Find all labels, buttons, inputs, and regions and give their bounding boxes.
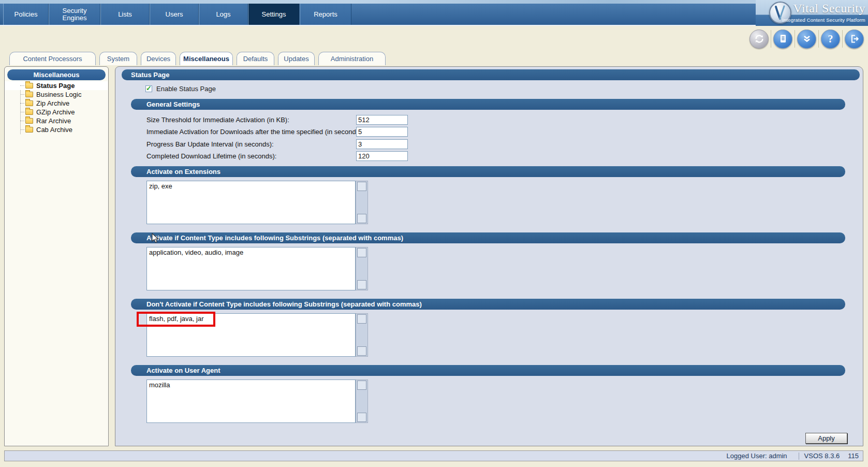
tab-updates[interactable]: Updates [278, 52, 315, 65]
enable-status-page-label: Enable Status Page [156, 85, 216, 93]
field-label: Completed Download Lifetime (in seconds)… [146, 152, 276, 160]
enable-status-page-checkbox[interactable] [145, 85, 152, 92]
scroll-up-button[interactable] [357, 248, 366, 257]
sidebar-title: Miscellaneous [7, 69, 106, 80]
refresh-icon[interactable] [749, 30, 769, 49]
help-icon[interactable]: ? [821, 30, 840, 49]
nav-security-engines[interactable]: Security Engines [49, 4, 100, 25]
commit-changes-icon[interactable] [797, 30, 816, 49]
scroll-down-button[interactable] [357, 280, 366, 289]
action-toolbar: ? [749, 28, 864, 49]
sidebar-item-gzip-archive[interactable]: GZip Archive [5, 108, 108, 116]
scroll-up-button[interactable] [357, 381, 366, 390]
brand-area: Vital Security Integrated Content Securi… [756, 0, 868, 26]
sidebar-item-label: Zip Archive [36, 99, 69, 107]
build-number-text: 115 [848, 452, 859, 460]
activate-content-type-header: Activate if Content Type includes follow… [131, 232, 845, 243]
activate-extensions-field: zip, exe [146, 181, 368, 224]
nav-policies[interactable]: Policies [3, 4, 49, 25]
activate-user-agent-header: Activate on User Agent [131, 365, 845, 376]
nav-reports[interactable]: Reports [300, 4, 351, 25]
textarea-scrollbar[interactable] [356, 380, 368, 423]
sidebar-item-label: Cab Archive [36, 126, 72, 134]
progress-bar-interval-input[interactable] [356, 139, 408, 149]
field-label: Size Threshold for Immediate Activation … [146, 116, 289, 124]
sidebar-item-label: GZip Archive [36, 108, 75, 116]
tab-defaults[interactable]: Defaults [237, 52, 274, 65]
tree-connector [20, 129, 24, 130]
activate-user-agent-textarea[interactable]: mozilla [146, 380, 356, 423]
scroll-down-button[interactable] [357, 346, 366, 356]
tab-system[interactable]: System [99, 52, 137, 65]
sidebar-item-zip-archive[interactable]: Zip Archive [5, 99, 108, 108]
sidebar-panel: Miscellaneous Status Page Business Logic… [4, 66, 109, 446]
field-label: Progress Bar Update Interval (in seconds… [146, 140, 274, 148]
activate-extensions-header: Activate on Extensions [131, 166, 845, 177]
sidebar-tree: Status Page Business Logic Zip Archive G… [5, 81, 108, 134]
sidebar-item-cab-archive[interactable]: Cab Archive [5, 125, 108, 134]
toolbar-divider [795, 30, 795, 48]
nav-users[interactable]: Users [150, 4, 199, 25]
size-threshold-input[interactable] [356, 115, 408, 125]
tree-connector [20, 121, 24, 121]
textarea-scrollbar[interactable] [356, 313, 368, 357]
tab-miscellaneous[interactable]: Miscellaneous [180, 52, 233, 65]
immediate-activation-input[interactable] [356, 127, 408, 137]
sidebar-item-status-page[interactable]: Status Page [5, 81, 108, 90]
main-content-panel: Status Page Enable Status Page General S… [115, 66, 863, 446]
sidebar-item-label: Status Page [36, 82, 75, 90]
enable-status-page-row: Enable Status Page [145, 84, 216, 93]
tab-administration[interactable]: Administration [318, 52, 386, 65]
scroll-down-button[interactable] [357, 214, 366, 223]
field-row: Immediate Activation for Downloads after… [146, 126, 840, 137]
tree-connector [20, 112, 24, 112]
page-title: Status Page [122, 69, 860, 80]
toolbar-divider [818, 30, 819, 48]
logged-user-text: Logged User: admin [727, 452, 787, 460]
activate-content-type-textarea[interactable]: application, video, audio, image [146, 247, 356, 290]
download-lifetime-input[interactable] [356, 151, 408, 161]
brand-tagline: Integrated Content Security Platform [782, 17, 865, 23]
logout-icon[interactable] [845, 30, 864, 49]
brand-title: Vital Security [793, 2, 865, 16]
folder-icon [25, 109, 33, 115]
tree-connector [20, 94, 24, 95]
version-text: VSOS 8.3.6 [804, 452, 840, 460]
sidebar-item-label: Business Logic [36, 91, 81, 98]
folder-icon [25, 92, 33, 97]
field-label: Immediate Activation for Downloads after… [146, 128, 363, 136]
sidebar-item-label: Rar Archive [36, 117, 71, 125]
statusbar-divider [799, 453, 799, 460]
field-row: Progress Bar Update Interval (in seconds… [146, 139, 840, 149]
scroll-up-button[interactable] [357, 182, 366, 191]
annotation-red-box [137, 312, 215, 327]
toolbar-divider [842, 30, 843, 48]
apply-button[interactable]: Apply [805, 433, 847, 444]
nav-logs[interactable]: Logs [199, 4, 248, 25]
activate-user-agent-field: mozilla [146, 380, 368, 423]
tab-content-processors[interactable]: Content Processors [9, 52, 96, 65]
top-banner: Policies Security Engines Lists Users Lo… [0, 0, 868, 26]
toolbar-divider [771, 30, 771, 48]
general-settings-header: General Settings [131, 99, 845, 110]
activate-extensions-textarea[interactable]: zip, exe [146, 181, 356, 224]
field-row: Completed Download Lifetime (in seconds)… [146, 151, 840, 161]
status-bar: Logged User: admin VSOS 8.3.6 115 [4, 450, 863, 461]
textarea-scrollbar[interactable] [356, 247, 368, 290]
nav-settings[interactable]: Settings [248, 4, 300, 25]
textarea-scrollbar[interactable] [356, 181, 368, 224]
sidebar-item-rar-archive[interactable]: Rar Archive [5, 116, 108, 125]
tab-devices[interactable]: Devices [141, 52, 176, 65]
scroll-up-button[interactable] [357, 314, 366, 324]
nav-lists[interactable]: Lists [100, 4, 150, 25]
activate-content-type-field: application, video, audio, image [146, 247, 368, 290]
folder-icon [25, 83, 33, 89]
field-row: Size Threshold for Immediate Activation … [146, 114, 840, 125]
tree-connector [20, 85, 24, 86]
report-icon[interactable] [773, 30, 792, 49]
scroll-down-button[interactable] [357, 413, 366, 422]
sidebar-item-business-logic[interactable]: Business Logic [5, 90, 108, 99]
main-nav: Policies Security Engines Lists Users Lo… [0, 4, 756, 25]
folder-icon [25, 100, 33, 106]
folder-icon [25, 127, 33, 133]
